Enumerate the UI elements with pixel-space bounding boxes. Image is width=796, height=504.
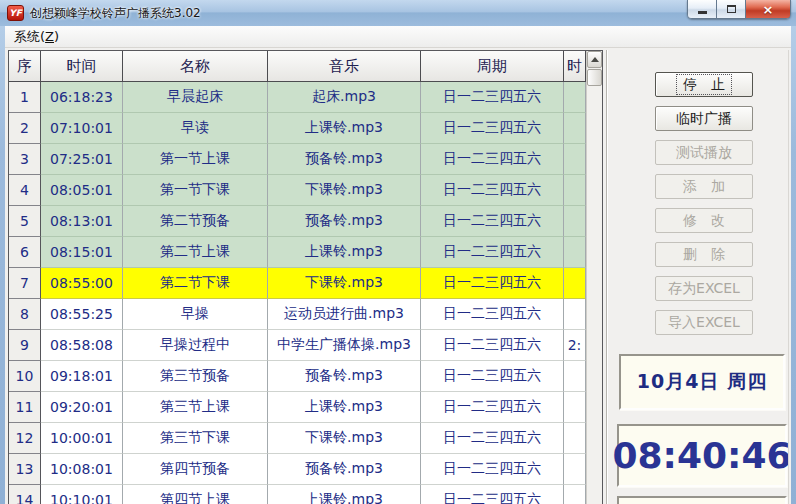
cell-time: 07:10:01: [41, 113, 123, 144]
cell-time: 10:00:01: [41, 423, 123, 454]
cell-period: 日一二三四五六: [421, 113, 564, 144]
cell-index: 8: [9, 299, 41, 330]
cell-index: 3: [9, 144, 41, 175]
cell-index: 11: [9, 392, 41, 423]
cell-period: 日一二三四五六: [421, 268, 564, 299]
button-modify[interactable]: 修 改: [655, 208, 753, 233]
maximize-button[interactable]: [716, 0, 745, 19]
cell-name: 第三节上课: [123, 392, 268, 423]
cell-index: 1: [9, 82, 41, 113]
column-header-music: 音乐: [268, 51, 421, 82]
table-row[interactable]: 207:10:01早读上课铃.mp3日一二三四五六: [9, 113, 602, 144]
schedule-table: 序时间名称音乐周期时 106:18:23早晨起床起床.mp3日一二三四五六207…: [8, 50, 603, 504]
table-scrollbar[interactable]: [586, 51, 602, 504]
table-row[interactable]: 1009:18:01第三节预备预备铃.mp3日一二三四五六: [9, 361, 602, 392]
table-row[interactable]: 307:25:01第一节上课预备铃.mp3日一二三四五六: [9, 144, 602, 175]
cell-music: 上课铃.mp3: [268, 485, 421, 504]
minimize-icon: [698, 11, 707, 14]
scrollbar-thumb[interactable]: [587, 69, 602, 86]
cell-music: 预备铃.mp3: [268, 361, 421, 392]
table-row[interactable]: 1310:08:01第四节预备预备铃.mp3日一二三四五六: [9, 454, 602, 485]
cell-index: 13: [9, 454, 41, 485]
button-test-play-label: 测试播放: [669, 142, 739, 163]
clock-text: 08:40:46: [612, 435, 789, 476]
date-text: 10月4日 周四: [637, 369, 767, 395]
cell-period: 日一二三四五六: [421, 175, 564, 206]
button-import-excel[interactable]: 导入EXCEL: [655, 310, 753, 335]
cell-index: 10: [9, 361, 41, 392]
table-row[interactable]: 708:55:00第二节下课下课铃.mp3日一二三四五六: [9, 268, 602, 299]
minimize-button[interactable]: [687, 0, 716, 19]
table-body: 106:18:23早晨起床起床.mp3日一二三四五六207:10:01早读上课铃…: [9, 82, 602, 504]
cell-music: 下课铃.mp3: [268, 175, 421, 206]
scrollbar-up-button[interactable]: [587, 51, 602, 68]
cell-name: 第二节下课: [123, 268, 268, 299]
cell-index: 14: [9, 485, 41, 504]
button-delete[interactable]: 删 除: [655, 242, 753, 267]
button-add[interactable]: 添 加: [655, 174, 753, 199]
button-delete-label: 删 除: [676, 244, 732, 265]
button-stop[interactable]: 停 止: [655, 72, 753, 97]
cell-duration: [564, 206, 586, 237]
table-row[interactable]: 1410:10:01第四节上课上课铃.mp3日一二三四五六: [9, 485, 602, 504]
button-add-label: 添 加: [676, 176, 732, 197]
table-row[interactable]: 106:18:23早晨起床起床.mp3日一二三四五六: [9, 82, 602, 113]
cell-duration: [564, 423, 586, 454]
cell-name: 第一节下课: [123, 175, 268, 206]
cell-duration: [564, 82, 586, 113]
cell-duration: [564, 485, 586, 504]
button-modify-label: 修 改: [676, 210, 732, 231]
cell-music: 上课铃.mp3: [268, 392, 421, 423]
table-row[interactable]: 408:05:01第一节下课下课铃.mp3日一二三四五六: [9, 175, 602, 206]
table-row[interactable]: 508:13:01第二节预备预备铃.mp3日一二三四五六: [9, 206, 602, 237]
close-icon: ×: [763, 3, 774, 16]
title-bar: YF 创想颖峰学校铃声广播系统3.02 ×: [0, 0, 796, 26]
cell-index: 7: [9, 268, 41, 299]
cell-music: 预备铃.mp3: [268, 144, 421, 175]
cell-duration: [564, 299, 586, 330]
cell-period: 日一二三四五六: [421, 361, 564, 392]
button-stop-label: 停 止: [676, 74, 732, 95]
button-temp-broadcast[interactable]: 临时广播: [655, 106, 753, 131]
cell-duration: [564, 268, 586, 299]
cell-time: 06:18:23: [41, 82, 123, 113]
button-save-excel[interactable]: 存为EXCEL: [655, 276, 753, 301]
table-row[interactable]: 1210:00:01第三节下课下课铃.mp3日一二三四五六: [9, 423, 602, 454]
cell-period: 日一二三四五六: [421, 454, 564, 485]
cell-time: 07:25:01: [41, 144, 123, 175]
table-row[interactable]: 1109:20:01第三节上课上课铃.mp3日一二三四五六: [9, 392, 602, 423]
table-row[interactable]: 608:15:01第二节上课上课铃.mp3日一二三四五六: [9, 237, 602, 268]
cell-period: 日一二三四五六: [421, 299, 564, 330]
cell-music: 下课铃.mp3: [268, 423, 421, 454]
cell-index: 4: [9, 175, 41, 206]
cell-music: 起床.mp3: [268, 82, 421, 113]
client-area: 系统(Z) 序时间名称音乐周期时 106:18:23早晨起床起床.mp3日一二三…: [5, 26, 791, 504]
cell-music: 中学生广播体操.mp3: [268, 330, 421, 361]
column-header-name: 名称: [123, 51, 268, 82]
cell-time: 08:13:01: [41, 206, 123, 237]
cell-name: 早晨起床: [123, 82, 268, 113]
menu-item-system[interactable]: 系统(Z): [5, 26, 68, 48]
cell-name: 第一节上课: [123, 144, 268, 175]
cell-name: 第三节预备: [123, 361, 268, 392]
cell-duration: [564, 175, 586, 206]
cell-name: 第四节预备: [123, 454, 268, 485]
bottom-panel-partial: [617, 496, 787, 504]
cell-index: 5: [9, 206, 41, 237]
column-header-duration: 时: [564, 51, 586, 82]
column-header-period: 周期: [421, 51, 564, 82]
button-save-excel-label: 存为EXCEL: [661, 278, 747, 299]
cell-name: 早操: [123, 299, 268, 330]
cell-period: 日一二三四五六: [421, 206, 564, 237]
cell-period: 日一二三四五六: [421, 392, 564, 423]
cell-period: 日一二三四五六: [421, 485, 564, 504]
cell-period: 日一二三四五六: [421, 82, 564, 113]
table-row[interactable]: 908:58:08早操过程中中学生广播体操.mp3日一二三四五六2:: [9, 330, 602, 361]
button-test-play[interactable]: 测试播放: [655, 140, 753, 165]
close-button[interactable]: ×: [745, 0, 791, 19]
cell-music: 下课铃.mp3: [268, 268, 421, 299]
cell-time: 09:18:01: [41, 361, 123, 392]
table-row[interactable]: 808:55:25早操运动员进行曲.mp3日一二三四五六: [9, 299, 602, 330]
menu-system-accelerator: Z: [45, 29, 54, 44]
window-controls: ×: [687, 0, 791, 19]
